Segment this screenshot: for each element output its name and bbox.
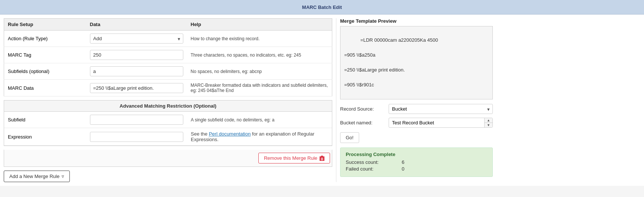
go-button-bar: Go! <box>340 132 493 147</box>
record-source-select[interactable]: Bucket Z39.50 File <box>389 104 493 114</box>
preview-box: =LDR 00000cam a2200205Ka 4500 =905 \\$a2… <box>340 26 493 99</box>
adv-input-subfield[interactable] <box>86 112 187 128</box>
preview-label: Merge Template Preview <box>340 18 493 24</box>
spinner-down[interactable]: ▼ <box>485 123 492 127</box>
col-header-rule-setup: Rule Setup <box>4 19 86 31</box>
advanced-table: Subfield A single subfield code, no deli… <box>4 112 332 146</box>
row-label-action: Action (Rule Type) <box>4 31 86 47</box>
page-header: MARC Batch Edit <box>0 0 644 15</box>
help-marc-tag: Three characters, no spaces, no indicato… <box>187 47 332 63</box>
action-select[interactable]: Add Replace Delete Move <box>90 34 183 44</box>
record-source-label: Record Source: <box>340 106 385 112</box>
help-action: How to change the existing record. <box>187 31 332 47</box>
preview-line-1: =LDR 00000cam a2200205Ka 4500 <box>360 37 438 43</box>
preview-line-2: =905 \\$a250a <box>344 52 376 58</box>
success-count-label: Success count: <box>346 159 391 165</box>
failed-count-label: Failed count: <box>346 166 391 172</box>
add-merge-rule-button[interactable]: Add a New Merge Rule ▿ <box>4 171 70 182</box>
bucket-spinner: ▲ ▼ <box>484 118 492 127</box>
adv-input-expression[interactable] <box>86 128 187 146</box>
help-marc-data: MARC-Breaker formatted data with indicat… <box>187 80 332 96</box>
trash-icon <box>320 156 324 161</box>
adv-expression-input[interactable] <box>90 132 183 142</box>
row-label-marc-data: MARC Data <box>4 80 86 96</box>
remove-merge-rule-button[interactable]: Remove this Merge Rule <box>258 153 330 163</box>
advanced-section-header: Advanced Matching Restriction (Optional) <box>4 101 332 112</box>
right-panel: Merge Template Preview =LDR 00000cam a22… <box>336 18 493 182</box>
remove-merge-rule-label: Remove this Merge Rule <box>264 155 317 161</box>
action-bar: Remove this Merge Rule <box>4 150 332 167</box>
processing-row-success: Success count: 6 <box>346 159 487 165</box>
row-input-marc-tag[interactable] <box>86 47 187 63</box>
bucket-named-row: Bucket named: ▲ ▼ <box>340 118 493 128</box>
svg-rect-1 <box>321 156 323 156</box>
marc-data-input[interactable] <box>90 83 183 93</box>
row-input-action[interactable]: Add Replace Delete Move <box>86 31 187 47</box>
perl-doc-link[interactable]: Perl documentation <box>209 131 251 137</box>
success-count-value: 6 <box>402 159 404 165</box>
processing-row-failed: Failed count: 0 <box>346 166 487 172</box>
table-row: Expression See the Perl documentation fo… <box>4 128 332 146</box>
processing-title: Processing Complete <box>346 152 487 157</box>
spinner-up[interactable]: ▲ <box>485 118 492 123</box>
table-row: MARC Data MARC-Breaker formatted data wi… <box>4 80 332 96</box>
left-panel: Rule Setup Data Help Action (Rule Type) … <box>4 18 336 182</box>
down-arrow-icon: ▿ <box>62 174 64 179</box>
adv-help-subfield: A single subfield code, no delimiters, e… <box>187 112 332 128</box>
subfields-input[interactable] <box>90 66 183 76</box>
bucket-named-input[interactable] <box>389 118 493 128</box>
adv-subfield-input[interactable] <box>90 115 183 125</box>
record-source-row: Record Source: Bucket Z39.50 File <box>340 104 493 114</box>
preview-line-3: =250 \\$aLarge print edition. <box>344 67 405 73</box>
page-title: MARC Batch Edit <box>302 4 342 10</box>
table-row: Action (Rule Type) Add Replace Delete Mo… <box>4 31 332 47</box>
add-rule-bar: Add a New Merge Rule ▿ <box>4 171 332 182</box>
row-label-marc-tag: MARC Tag <box>4 47 86 63</box>
record-source-select-wrapper[interactable]: Bucket Z39.50 File <box>389 104 493 114</box>
bucket-named-label: Bucket named: <box>340 120 385 125</box>
adv-label-expression: Expression <box>4 128 86 146</box>
adv-help-expression: See the Perl documentation for an explan… <box>187 128 332 146</box>
preview-line-4: =905 \\$r901c <box>344 82 374 88</box>
help-subfields: No spaces, no delimiters, eg: abcnp <box>187 63 332 80</box>
bucket-select-wrapper: ▲ ▼ <box>389 118 493 128</box>
adv-label-subfield: Subfield <box>4 112 86 128</box>
svg-rect-2 <box>320 156 324 157</box>
col-header-data: Data <box>86 19 187 31</box>
col-header-help: Help <box>187 19 332 31</box>
rule-setup-table: Rule Setup Data Help Action (Rule Type) … <box>4 18 332 96</box>
add-merge-rule-label: Add a New Merge Rule <box>9 174 59 179</box>
row-input-marc-data[interactable] <box>86 80 187 96</box>
table-row: MARC Tag Three characters, no spaces, no… <box>4 47 332 63</box>
go-button[interactable]: Go! <box>340 132 359 143</box>
table-row: Subfields (optional) No spaces, no delim… <box>4 63 332 80</box>
advanced-section: Advanced Matching Restriction (Optional)… <box>4 100 332 146</box>
adv-help-expression-prefix: See the <box>191 131 209 137</box>
table-row: Subfield A single subfield code, no deli… <box>4 112 332 128</box>
processing-box: Processing Complete Success count: 6 Fai… <box>340 147 493 177</box>
marc-tag-input[interactable] <box>90 50 183 60</box>
row-label-subfields: Subfields (optional) <box>4 63 86 80</box>
row-input-subfields[interactable] <box>86 63 187 80</box>
failed-count-value: 0 <box>402 166 404 172</box>
